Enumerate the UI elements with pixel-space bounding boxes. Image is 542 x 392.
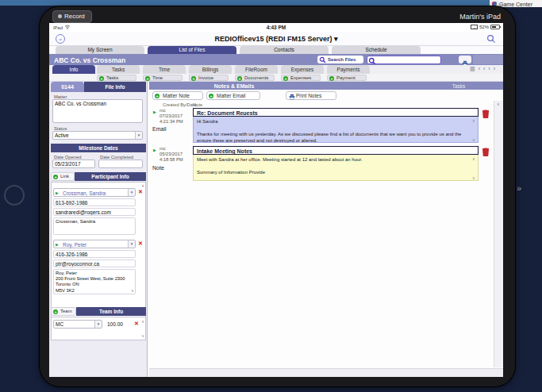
participant-name-select[interactable]: ▶ Roy, Peter ▾: [53, 240, 136, 248]
participant-email-field[interactable]: ptr@royoconnor.ca: [53, 259, 136, 267]
search-files-button[interactable]: Search Files: [317, 56, 363, 63]
note-title[interactable]: Intake Meeting Notes: [193, 146, 479, 155]
add-tasks-button[interactable]: +Tasks: [97, 75, 136, 81]
delete-note-icon[interactable]: [482, 147, 490, 156]
subtab-fileroom[interactable]: FileRoom: [235, 65, 278, 74]
note-meta: mc 05/23/2017 4:18:58 PM: [160, 146, 183, 163]
app-title[interactable]: REDIOfficev15 (REDI FM15 Server) ▾: [49, 35, 503, 43]
go-to-record-icon[interactable]: ▶: [56, 242, 59, 247]
tasks-header-title: Tasks: [452, 83, 466, 89]
plus-icon: +: [99, 76, 104, 81]
note-kind: Email: [152, 126, 167, 132]
participant-phone-field[interactable]: 613-692-1986: [53, 198, 136, 206]
team-member-select[interactable]: MC▾: [53, 320, 102, 329]
main-tab-bar: My Screen List of Files Contacts Schedul…: [49, 46, 503, 54]
add-time-button[interactable]: +Time: [143, 75, 183, 81]
search-files-icon: [319, 56, 326, 63]
plus-icon: +: [53, 309, 58, 314]
scroll-up-icon[interactable]: ∧: [141, 183, 144, 188]
delete-participant-icon[interactable]: ✕: [138, 189, 143, 195]
plus-icon: +: [155, 94, 160, 98]
plus-icon: +: [209, 94, 213, 98]
filebar-highlight: [473, 55, 503, 64]
plus-icon: +: [237, 76, 242, 81]
desktop-ring-decoration: [4, 185, 25, 206]
quick-search-icon: [368, 57, 376, 65]
subtab-payments[interactable]: Payments: [327, 65, 370, 74]
status-select[interactable]: Active▾: [52, 131, 143, 140]
tab-contacts[interactable]: Contacts: [240, 46, 329, 54]
date-opened-field[interactable]: 05/23/2017: [52, 159, 95, 168]
quick-search-input[interactable]: [377, 56, 439, 63]
plus-icon: +: [329, 76, 334, 81]
participant-name-select[interactable]: ▶ Crossman, Sandra ▾: [53, 188, 136, 197]
delete-note-icon[interactable]: [482, 109, 490, 118]
scroll-down-icon[interactable]: ∨: [141, 333, 144, 338]
scroll-up-icon[interactable]: ∧: [141, 319, 144, 324]
subtab-time[interactable]: Time: [143, 65, 186, 74]
matter-note-button[interactable]: +Matter Note: [152, 91, 203, 100]
participant-address-field[interactable]: Crossman, Sandra: [53, 217, 136, 235]
scroll-down-icon[interactable]: ∨: [131, 288, 134, 293]
screen-mirroring-icon: [471, 25, 478, 29]
matter-field[interactable]: ABC Co. vs Crossman: [52, 99, 143, 123]
notes-scrollbar[interactable]: ∧: [494, 101, 503, 367]
go-to-record-icon[interactable]: ▶: [153, 110, 156, 114]
add-expenses-button[interactable]: +Expenses: [281, 75, 321, 81]
scroll-up-icon[interactable]: ∧: [472, 118, 475, 123]
grid-view-icon[interactable]: ▥: [470, 66, 479, 71]
file-number-tab[interactable]: 0144: [51, 82, 84, 92]
panel-footer-strip: [149, 368, 503, 377]
go-to-record-icon[interactable]: ▶: [56, 190, 59, 195]
print-chip[interactable]: [459, 56, 471, 63]
device-name: Martin's iPad: [459, 13, 501, 21]
chevron-down-icon: ▾: [94, 321, 102, 328]
notes-panel: Notes & EMails Tasks +Matter Note +Matte…: [149, 82, 503, 377]
add-team-button[interactable]: +Team: [51, 307, 76, 316]
subtab-expenses[interactable]: Expenses: [281, 65, 324, 74]
tab-list-of-files[interactable]: List of Files: [148, 46, 236, 54]
scroll-up-icon[interactable]: ∧: [472, 156, 475, 161]
add-documents-button[interactable]: +Documents: [235, 75, 275, 81]
subtab-info[interactable]: Info: [52, 65, 95, 74]
participant-info-header: Participant Info: [75, 172, 146, 181]
milestone-dates-header: Milestone Dates: [51, 144, 146, 152]
tab-schedule[interactable]: Schedule: [332, 46, 421, 54]
scroll-down-icon[interactable]: ∨: [472, 137, 475, 142]
last-record-icon[interactable]: ›: [494, 66, 498, 71]
scroll-down-icon[interactable]: ∨: [472, 175, 475, 180]
note-meta: mc 07/23/2017 4:21:34 PM: [160, 108, 183, 125]
scroll-up-icon[interactable]: ∧: [497, 102, 500, 106]
subtab-tasks[interactable]: Tasks: [97, 65, 140, 74]
matter-email-button[interactable]: +Matter Email: [206, 91, 260, 100]
link-button[interactable]: +Link: [51, 172, 75, 181]
team-percent-value[interactable]: 100.00: [107, 321, 123, 327]
participant-address-field[interactable]: Roy, Peter 200 Front Street West, Suite …: [53, 269, 136, 294]
participant-email-field[interactable]: sandraredi@rogers.com: [53, 208, 136, 216]
column-created-by: Created By/Date: [163, 102, 197, 107]
battery-percent: 52%: [479, 25, 489, 29]
battery-icon: [490, 25, 500, 29]
search-icon[interactable]: [486, 34, 496, 44]
note-body[interactable]: Meet with Sandra at her office. Meeting …: [193, 155, 479, 181]
record-button[interactable]: Record: [52, 10, 92, 23]
title-caret-icon: ▾: [334, 35, 338, 43]
participant-phone-field[interactable]: 416-326-1986: [53, 250, 136, 258]
note-body[interactable]: Hi Sandra Thanks for meeting with us yes…: [193, 117, 479, 143]
column-note: Note: [193, 102, 202, 107]
date-completed-field[interactable]: [98, 159, 143, 168]
sub-tab-bar: Info Tasks Time Billings FileRoom Expens…: [49, 65, 503, 74]
add-invoice-button[interactable]: +Invoice: [189, 75, 229, 81]
delete-participant-icon[interactable]: ✕: [138, 240, 143, 247]
print-notes-button[interactable]: Print Notes: [286, 91, 336, 100]
delete-team-icon[interactable]: ✕: [134, 321, 139, 327]
subtab-billings[interactable]: Billings: [189, 65, 232, 74]
go-to-record-icon[interactable]: ▶: [153, 148, 156, 152]
quick-search-field[interactable]: [367, 56, 441, 64]
notes-panel-header: Notes & EMails Tasks: [149, 82, 503, 90]
add-payment-button[interactable]: +Payment: [327, 75, 367, 81]
chevron-expand-glyph[interactable]: »: [517, 183, 521, 193]
desktop-top-strip: [0, 0, 542, 6]
note-title[interactable]: Re: Document Reuests: [193, 108, 479, 117]
tab-my-screen[interactable]: My Screen: [56, 46, 144, 54]
